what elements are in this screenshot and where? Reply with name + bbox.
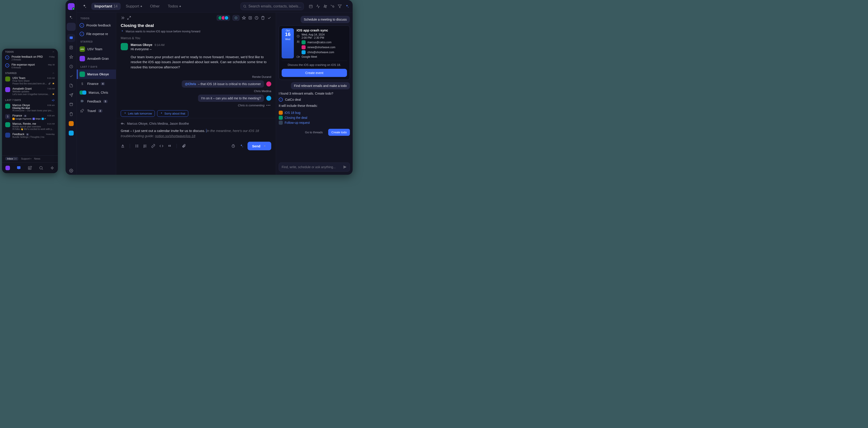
code-icon[interactable] bbox=[159, 144, 163, 148]
tab-support[interactable]: Support bbox=[123, 3, 145, 10]
inbox-icon[interactable] bbox=[17, 166, 21, 170]
rail-contact-1[interactable] bbox=[67, 119, 75, 127]
suggestion-button[interactable]: Sorry about that bbox=[157, 110, 188, 117]
send-button[interactable]: Send bbox=[248, 142, 271, 150]
rail-starred[interactable] bbox=[67, 53, 75, 61]
ai-compose-icon[interactable] bbox=[239, 144, 243, 148]
search-icon[interactable] bbox=[39, 166, 43, 170]
link-icon[interactable] bbox=[151, 144, 155, 148]
rail-snoozed[interactable] bbox=[67, 62, 75, 70]
ai-sparkle-icon[interactable] bbox=[345, 4, 349, 8]
threadlist-item[interactable]: $Finance4 bbox=[77, 79, 116, 88]
search-input[interactable]: Search emails, contacts, labels... bbox=[241, 2, 304, 10]
dollar-icon: $ bbox=[80, 81, 85, 86]
rail-notes[interactable] bbox=[67, 44, 75, 52]
snooze-icon[interactable] bbox=[254, 16, 258, 20]
star-icon bbox=[52, 93, 55, 95]
send-icon[interactable] bbox=[343, 165, 347, 169]
rail-settings[interactable] bbox=[67, 167, 75, 175]
mobile-support-tab[interactable]: Support • bbox=[21, 157, 31, 160]
ai-thread-link[interactable]: Closing the deal bbox=[279, 116, 350, 120]
schedule-send-icon[interactable] bbox=[231, 144, 235, 148]
tab-todos[interactable]: Todos bbox=[164, 3, 184, 10]
rail-drafts[interactable] bbox=[67, 82, 75, 90]
expand-icon[interactable] bbox=[127, 16, 131, 20]
ai-user-message: Find relevant emails and make a todo bbox=[291, 82, 350, 89]
rail-inbox[interactable] bbox=[67, 34, 75, 42]
ai-sparkle-icon[interactable] bbox=[81, 2, 88, 10]
done-icon[interactable] bbox=[267, 16, 271, 20]
trash-icon[interactable] bbox=[261, 16, 265, 20]
participant-avatars[interactable] bbox=[217, 15, 230, 21]
mobile-todo-item[interactable]: ✓File expense reportMay 306 threads bbox=[2, 62, 58, 70]
chevron-up-icon[interactable] bbox=[52, 51, 55, 53]
double-check-icon[interactable] bbox=[52, 98, 55, 102]
compose-body[interactable]: Great – I just sent out a calendar invit… bbox=[121, 127, 271, 139]
slack-icon[interactable] bbox=[323, 4, 327, 8]
ai-response-text: It will include these threads: bbox=[279, 104, 350, 108]
ai-thread-link[interactable]: Follow-up request bbox=[279, 121, 350, 125]
mobile-thread-item[interactable]: Marcus Okoye8:06 amClosing the dealHi ev… bbox=[2, 103, 58, 113]
suggestion-button[interactable]: Lets talk tomorrow bbox=[121, 110, 155, 117]
threadlist-item[interactable]: Annabeth Gran bbox=[77, 54, 116, 63]
chevron-up-icon[interactable] bbox=[52, 72, 55, 75]
calendar-icon[interactable] bbox=[309, 4, 313, 8]
threadlist-item[interactable]: Travel2 bbox=[77, 106, 116, 116]
threadlist-item[interactable]: Marcus Okoye bbox=[77, 69, 116, 79]
mobile-thread-item[interactable]: USV Team8:22 AMFinal Term SheetPease fin… bbox=[2, 75, 58, 86]
rail-archive[interactable] bbox=[67, 101, 75, 109]
mobile-news-tab[interactable]: News bbox=[34, 157, 40, 160]
mobile-thread-item[interactable]: Feedback 5YesterdayBundle Settings | Tho… bbox=[2, 132, 58, 139]
threadlist-item[interactable]: ✓Provide feedback bbox=[77, 21, 116, 30]
sparkle-icon bbox=[121, 30, 124, 33]
go-to-threads-button[interactable]: Go to threads bbox=[302, 129, 326, 136]
user-avatar[interactable] bbox=[68, 3, 74, 10]
ai-sparkle-button[interactable] bbox=[67, 13, 74, 21]
threadlist-item[interactable]: Feedback5 bbox=[77, 97, 116, 106]
compose-recipients[interactable]: Marcus Okoye, Chris Medina, Jason Boothe bbox=[127, 122, 189, 125]
mobile-thread-item[interactable]: $Finance 48:35 amGoogle PaymentsStripeP bbox=[2, 113, 58, 121]
tab-other[interactable]: Other bbox=[147, 3, 163, 10]
ai-icon[interactable] bbox=[50, 166, 55, 170]
mobile-last7-header: LAST 7 DAYS bbox=[5, 99, 21, 102]
ai-panel: Schedule a meeting to discuss Oct16Wed i… bbox=[276, 13, 352, 175]
threadlist-item[interactable]: ✓File expense re bbox=[77, 30, 116, 38]
event-title: iOS app crash sync bbox=[297, 28, 347, 32]
participant-avatars[interactable] bbox=[232, 15, 240, 21]
star-icon[interactable] bbox=[242, 16, 246, 20]
mobile-inbox-tab[interactable]: Inbox 14 bbox=[5, 157, 18, 161]
create-todo-button[interactable]: Create todo bbox=[328, 129, 350, 136]
hubspot-icon[interactable] bbox=[331, 4, 335, 8]
create-event-button[interactable]: Create event bbox=[282, 69, 347, 77]
left-rail bbox=[66, 0, 77, 175]
text-format-icon[interactable] bbox=[121, 144, 125, 148]
ai-thread-link[interactable]: iOS 18 bug bbox=[279, 111, 350, 115]
collapse-icon[interactable] bbox=[121, 16, 125, 20]
ai-input[interactable]: Find, write, schedule or ask anything... bbox=[279, 163, 350, 172]
rail-trash[interactable] bbox=[67, 110, 75, 118]
activity-icon[interactable] bbox=[316, 4, 320, 8]
attach-icon[interactable] bbox=[182, 144, 186, 148]
compose-button[interactable] bbox=[67, 23, 76, 31]
mobile-thread-item[interactable]: Marcus, Renée, me9:14 AMMobile launch pl… bbox=[2, 121, 58, 132]
tab-important[interactable]: Important14 bbox=[91, 3, 121, 10]
rail-done[interactable] bbox=[67, 72, 75, 80]
number-list-icon[interactable] bbox=[143, 144, 147, 148]
mobile-todos-header: TODOS bbox=[5, 51, 14, 53]
rail-contact-2[interactable] bbox=[67, 129, 75, 137]
mobile-thread-item[interactable]: Annabeth Grant7:03 AMWebsite updatesLet'… bbox=[2, 86, 58, 97]
threadlist-item[interactable]: USVUSV Team bbox=[77, 45, 116, 54]
event-description: Discuss the iOS app crashing on iOS 18. bbox=[282, 61, 347, 66]
compose-area: Marcus Okoye, Chris Medina, Jason Boothe… bbox=[116, 118, 276, 153]
avatar-icon[interactable] bbox=[5, 166, 10, 170]
compose-icon[interactable] bbox=[28, 166, 32, 170]
quote-icon[interactable] bbox=[167, 144, 172, 148]
message-time: 9:14 AM bbox=[155, 44, 164, 47]
filter-icon[interactable] bbox=[338, 4, 342, 8]
bullet-list-icon[interactable] bbox=[135, 144, 139, 148]
todo-add-icon[interactable] bbox=[248, 16, 252, 20]
threadlist-item[interactable]: Marcus, Chris bbox=[77, 88, 116, 97]
reply-all-icon[interactable] bbox=[121, 121, 125, 125]
mobile-todo-item[interactable]: ✓Provide feedback on PRDFriday2 threads bbox=[2, 54, 58, 62]
rail-sent[interactable] bbox=[67, 91, 75, 99]
